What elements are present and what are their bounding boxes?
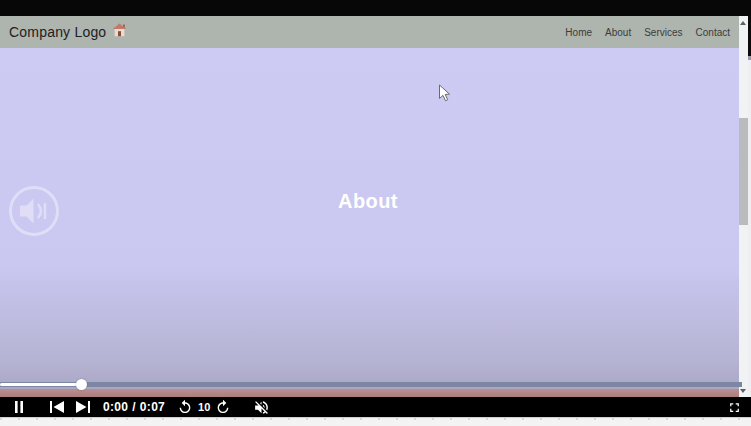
- page-content: About: [0, 48, 739, 397]
- skip-seconds-label: 10: [198, 401, 210, 413]
- nav-link-about[interactable]: About: [605, 27, 631, 38]
- skip-previous-icon: [49, 400, 65, 414]
- scroll-down-arrow-icon[interactable]: [740, 389, 746, 393]
- mouse-cursor-icon: [438, 84, 451, 107]
- video-frame[interactable]: Company Logo Home About Services Contact: [0, 16, 751, 397]
- below-player-strip: [0, 417, 751, 426]
- scroll-up-arrow-icon[interactable]: [740, 21, 746, 25]
- rotate-right-icon: [215, 399, 231, 415]
- seek-handle[interactable]: [76, 379, 87, 390]
- nav-link-home[interactable]: Home: [565, 27, 592, 38]
- time-duration: 0:07: [140, 400, 165, 414]
- brand[interactable]: Company Logo: [9, 23, 127, 41]
- pause-button[interactable]: [13, 400, 25, 414]
- fullscreen-button[interactable]: [727, 400, 742, 415]
- player-top-bar: [0, 0, 751, 16]
- seek-progress: [0, 383, 78, 386]
- page-title: About: [0, 190, 736, 213]
- page-scrollbar[interactable]: [739, 16, 748, 397]
- volume-muted-icon: [253, 399, 270, 416]
- nav-link-services[interactable]: Services: [644, 27, 682, 38]
- recorded-webpage: Company Logo Home About Services Contact: [0, 16, 739, 397]
- rotate-left-icon: [177, 399, 193, 415]
- pause-icon: [13, 400, 25, 414]
- player-controls-bar: 0:00 / 0:07 10: [0, 397, 751, 417]
- seek-bar[interactable]: [0, 382, 742, 387]
- time-separator: /: [132, 400, 136, 414]
- scrollbar-thumb[interactable]: [739, 118, 748, 225]
- site-navbar: Company Logo Home About Services Contact: [0, 16, 739, 48]
- time-current: 0:00: [103, 400, 128, 414]
- skip-next-icon: [75, 400, 91, 414]
- rewind-10-button[interactable]: [177, 399, 193, 415]
- speaker-audio-icon: [7, 184, 61, 238]
- mute-button[interactable]: [253, 399, 270, 416]
- page-footer-strip: [0, 389, 739, 397]
- previous-frame-button[interactable]: [49, 400, 65, 414]
- nav-link-contact[interactable]: Contact: [696, 27, 730, 38]
- house-icon: [112, 23, 127, 41]
- forward-10-button[interactable]: [215, 399, 231, 415]
- next-frame-button[interactable]: [75, 400, 91, 414]
- time-display: 0:00 / 0:07: [103, 400, 165, 414]
- brand-label: Company Logo: [9, 24, 106, 40]
- fullscreen-icon: [727, 400, 742, 415]
- nav-links: Home About Services Contact: [565, 27, 730, 38]
